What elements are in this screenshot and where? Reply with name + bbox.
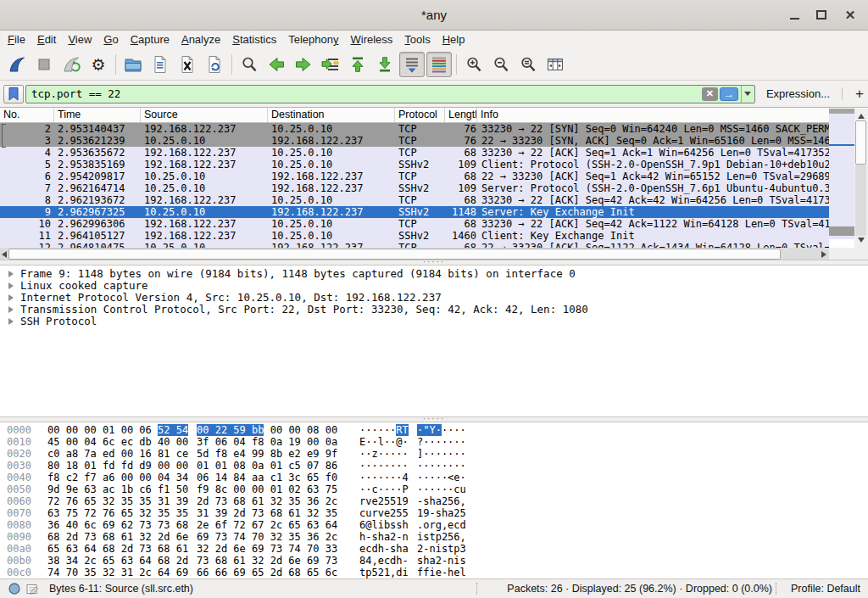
hex-ha1: tp521,di	[359, 567, 409, 578]
packet-row-4[interactable]: 42.953635672192.168.122.23710.25.0.10TCP…	[0, 147, 829, 159]
hex-row-0050[interactable]: 00509d 9e 63 ac 1b c6 f1 50f9 8c 00 00 0…	[0, 483, 868, 495]
vscroll-thumb[interactable]	[855, 120, 866, 165]
filter-clear-button[interactable]: ✕	[702, 87, 718, 101]
menu-edit[interactable]: Edit	[31, 31, 62, 48]
detail-line-4[interactable]: SSH Protocol	[0, 316, 868, 327]
close-button[interactable]: ✕	[837, 0, 863, 30]
file-open-button[interactable]	[120, 52, 146, 77]
column-header-info[interactable]: Info	[477, 108, 829, 122]
file-reload-button[interactable]	[202, 52, 227, 77]
column-header-destination[interactable]: Destination	[268, 108, 395, 122]
column-header-no[interactable]: No.	[0, 108, 54, 122]
hex-row-0060[interactable]: 006072 76 65 32 35 35 31 392d 73 68 61 3…	[0, 495, 868, 507]
minimize-button[interactable]	[782, 0, 807, 30]
detail-line-1[interactable]: Linux cooked capture	[0, 280, 868, 292]
go-to-packet-button[interactable]	[318, 52, 343, 77]
hex-row-00c0[interactable]: 00c074 70 35 32 31 2c 64 6966 66 69 65 2…	[0, 567, 868, 578]
hex-row-0040[interactable]: 0040f8 c2 f7 a6 00 00 04 3406 14 84 aa c…	[0, 472, 868, 483]
packet-row-3[interactable]: 32.95362123910.25.0.10192.168.122.237TCP…	[0, 135, 829, 147]
zoom-in-button[interactable]	[461, 52, 487, 77]
packet-row-5[interactable]: 52.953835169192.168.122.23710.25.0.10SSH…	[0, 159, 829, 170]
scroll-down-arrow-icon[interactable]	[858, 238, 865, 243]
scroll-up-arrow-icon[interactable]	[858, 114, 865, 119]
menu-go[interactable]: Go	[97, 31, 124, 48]
go-bottom-button[interactable]	[372, 52, 398, 77]
hex-row-0030[interactable]: 003080 18 01 fd fd d9 00 0001 01 08 0a 0…	[0, 460, 868, 472]
maximize-button[interactable]	[809, 0, 834, 30]
expand-triangle-icon[interactable]	[8, 306, 14, 313]
hex-ha2: ·····<e·	[417, 472, 466, 483]
packet-row-12[interactable]: 122.96481047510.25.0.10192.168.122.237TC…	[0, 242, 829, 248]
capture-options-button[interactable]: ⚙	[86, 52, 111, 77]
capture-comment-button[interactable]	[26, 583, 39, 598]
column-header-source[interactable]: Source	[141, 108, 268, 122]
scroll-right-arrow-icon[interactable]	[821, 251, 826, 258]
zoom-original-button[interactable]	[515, 52, 541, 77]
pane-splitter-top[interactable]: ·····	[0, 260, 868, 265]
column-header-length[interactable]: Length	[445, 108, 477, 122]
filter-bookmark-button[interactable]	[3, 85, 24, 103]
menu-statistics[interactable]: Statistics	[226, 31, 282, 48]
hex-row-0010[interactable]: 001045 00 04 6c ec db 40 003f 06 04 f8 0…	[0, 436, 868, 448]
resize-columns-button[interactable]	[542, 52, 568, 77]
hex-row-0020[interactable]: 0020c0 a8 7a ed 00 16 81 ce5d f8 e4 99 8…	[0, 448, 868, 460]
filter-history-dropdown[interactable]	[741, 86, 754, 103]
expand-triangle-icon[interactable]	[8, 282, 14, 289]
menu-tools[interactable]: Tools	[398, 31, 436, 48]
auto-scroll-button[interactable]	[399, 52, 425, 77]
expression-link[interactable]: Expression...	[766, 87, 830, 100]
menu-capture[interactable]: Capture	[125, 31, 175, 48]
detail-line-3[interactable]: Transmission Control Protocol, Src Port:…	[0, 304, 868, 316]
hex-row-00b0[interactable]: 00b038 34 2c 65 63 64 68 2d73 68 61 32 2…	[0, 555, 868, 567]
hex-row-0070[interactable]: 007063 75 72 76 65 32 35 3531 39 2d 73 6…	[0, 507, 868, 519]
menu-view[interactable]: View	[62, 31, 97, 48]
hex-row-00a0[interactable]: 00a065 63 64 68 2d 73 68 6132 2d 6e 69 7…	[0, 543, 868, 555]
column-header-time[interactable]: Time	[54, 108, 141, 122]
go-forward-button[interactable]	[291, 52, 316, 77]
intelligent-scrollbar-map[interactable]	[829, 109, 854, 248]
pane-splitter-bottom[interactable]: ·····	[0, 416, 868, 422]
status-profile[interactable]: Profile: Default	[791, 583, 860, 595]
file-close-button[interactable]	[175, 52, 200, 77]
menu-file[interactable]: File	[2, 31, 31, 48]
colorize-button[interactable]	[426, 52, 452, 77]
expand-triangle-icon[interactable]	[8, 271, 14, 277]
packet-list-hscrollbar[interactable]	[0, 248, 829, 260]
file-save-button[interactable]	[147, 52, 173, 77]
expert-info-button[interactable]	[8, 583, 20, 598]
packet-list-vscrollbar[interactable]	[854, 109, 868, 248]
filter-apply-button[interactable]: →	[720, 87, 738, 101]
packet-row-11[interactable]: 112.964105127192.168.122.23710.25.0.10SS…	[0, 230, 829, 242]
vscroll-track[interactable]	[855, 165, 866, 236]
hex-row-0000[interactable]: 000000 00 00 01 00 06 52 5400 22 59 bb 0…	[0, 424, 868, 436]
cell-dst: 10.25.0.10	[271, 123, 332, 135]
scroll-left-arrow-icon[interactable]	[2, 251, 7, 258]
go-back-button[interactable]	[264, 52, 289, 77]
column-header-protocol[interactable]: Protocol	[395, 108, 445, 122]
menu-wireless[interactable]: Wireless	[345, 31, 399, 48]
hex-row-0080[interactable]: 008036 40 6c 69 62 73 73 682e 6f 72 67 2…	[0, 519, 868, 531]
zoom-out-button[interactable]	[488, 52, 514, 77]
find-packet-button[interactable]	[236, 52, 262, 77]
menu-help[interactable]: Help	[437, 31, 471, 48]
hscroll-thumb[interactable]	[8, 249, 781, 260]
detail-line-0[interactable]: Frame 9: 1148 bytes on wire (9184 bits),…	[0, 268, 868, 280]
hex-row-0090[interactable]: 009068 2d 73 68 61 32 2d 6e69 73 74 70 3…	[0, 531, 868, 543]
packet-row-2[interactable]: 22.953140437192.168.122.23710.25.0.10TCP…	[0, 123, 829, 135]
detail-line-2[interactable]: Internet Protocol Version 4, Src: 10.25.…	[0, 292, 868, 304]
expand-triangle-icon[interactable]	[8, 318, 14, 325]
capture-restart-button[interactable]	[58, 52, 84, 77]
packet-row-10[interactable]: 102.962996306192.168.122.23710.25.0.10TC…	[0, 218, 829, 230]
packet-row-7[interactable]: 72.96216471410.25.0.10192.168.122.237SSH…	[0, 182, 829, 194]
packet-row-6[interactable]: 62.95420981710.25.0.10192.168.122.237TCP…	[0, 170, 829, 182]
menu-analyze[interactable]: Analyze	[175, 31, 226, 48]
capture-start-button[interactable]	[4, 52, 30, 77]
menu-telephony[interactable]: Telephony	[282, 31, 344, 48]
display-filter-input[interactable]: tcp.port == 22 ✕ →	[25, 85, 755, 103]
expand-triangle-icon[interactable]	[8, 294, 14, 301]
go-top-button[interactable]	[345, 52, 370, 77]
packet-row-9[interactable]: 92.96296732510.25.0.10192.168.122.237SSH…	[0, 206, 829, 218]
capture-stop-button[interactable]	[31, 52, 57, 77]
packet-row-8[interactable]: 82.962193672192.168.122.23710.25.0.10TCP…	[0, 194, 829, 206]
add-filter-button[interactable]: +	[851, 86, 868, 103]
